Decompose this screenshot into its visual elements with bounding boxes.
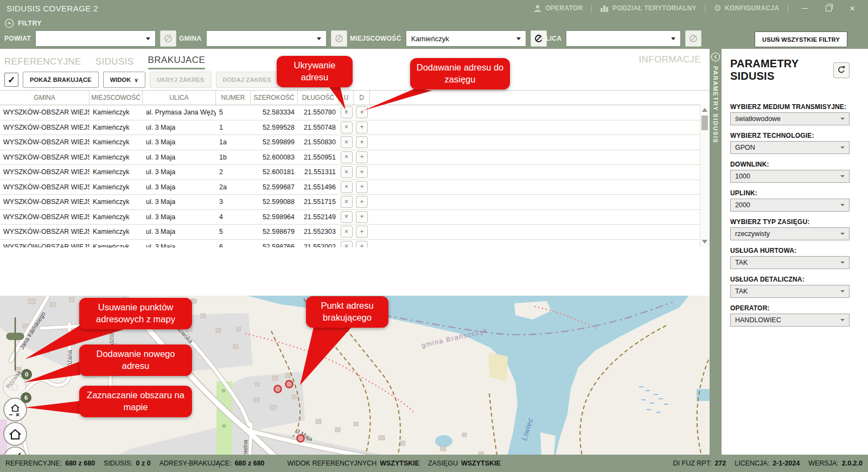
- table-row[interactable]: WYSZKÓW-OBSZAR WIEJSKIKamieńczykul. 3 Ma…: [0, 195, 710, 210]
- miejscowosc-select[interactable]: Kamieńczyk: [406, 30, 526, 47]
- clear-all-filters-button[interactable]: USUŃ WSZYSTKIE FILTRY: [755, 31, 847, 47]
- table-row[interactable]: WYSZKÓW-OBSZAR WIEJSKIKamieńczykul. 3 Ma…: [0, 135, 710, 150]
- hide-address-button[interactable]: ×: [341, 151, 353, 163]
- param-select-0[interactable]: światłowodowe: [730, 112, 850, 125]
- collapse-left-icon[interactable]: [711, 52, 720, 62]
- add-to-range-button[interactable]: +: [356, 196, 368, 208]
- column-header-miejscowość: MIEJSCOWOŚĆ: [90, 91, 143, 105]
- add-to-range-button[interactable]: +: [356, 166, 368, 178]
- add-to-range-button[interactable]: +: [356, 122, 368, 133]
- cell-hide-action: ×: [339, 180, 354, 195]
- status-item: LICENCJA:2-1-2024: [735, 460, 800, 467]
- tab-informacje[interactable]: INFORMACJE: [639, 54, 701, 65]
- zoom-slider-handle[interactable]: [7, 333, 24, 340]
- table-row[interactable]: WYSZKÓW-OBSZAR WIEJSKIKamieńczykul. 3 Ma…: [0, 210, 710, 225]
- param-select-7[interactable]: HANDLOWIEC: [730, 314, 850, 327]
- territory-menu[interactable]: PODZIAŁ TERYTORIALNY: [600, 4, 697, 12]
- column-header-gmina: GMINA: [0, 91, 90, 105]
- scroll-down-arrow[interactable]: [702, 240, 707, 244]
- clear-gmina-button[interactable]: [331, 30, 347, 47]
- hide-address-button[interactable]: ×: [341, 181, 353, 193]
- add-to-range-button[interactable]: +: [356, 106, 368, 118]
- operator-menu[interactable]: OPERATOR: [533, 4, 583, 12]
- powiat-label: POWIAT: [4, 35, 31, 42]
- add-to-range-button[interactable]: +: [356, 211, 368, 223]
- table-row[interactable]: WYSZKÓW-OBSZAR WIEJSKIKamieńczykul. 3 Ma…: [0, 225, 710, 240]
- add-to-range-button[interactable]: +: [356, 136, 368, 148]
- tab-referencyjne[interactable]: REFERENCYJNE: [4, 56, 81, 69]
- cell-filler: [370, 120, 710, 135]
- sidusis-parameters-panel: PARAMETRY SIDUSIS WYBIERZ MEDIUM TRANSMI…: [722, 49, 868, 455]
- gmina-select[interactable]: [206, 30, 327, 47]
- filter-field-gmina: GMINA: [179, 30, 347, 47]
- cell-filler: [370, 180, 710, 195]
- table-row[interactable]: WYSZKÓW-OBSZAR WIEJSKIKamieńczykul. 3 Ma…: [0, 165, 710, 180]
- hide-address-button[interactable]: ×: [341, 196, 353, 208]
- param-select-6[interactable]: TAK: [730, 285, 850, 298]
- param-value-2: 1000: [735, 173, 750, 180]
- cell: 52.600083: [251, 150, 298, 165]
- hide-address-button[interactable]: ×: [341, 106, 353, 118]
- missing-address-point[interactable]: [275, 386, 282, 393]
- scroll-up-arrow[interactable]: [702, 108, 707, 112]
- hide-range-button[interactable]: UKRYJ ZAKRES: [150, 72, 212, 88]
- clear-ulica-button[interactable]: [685, 30, 701, 47]
- param-select-4[interactable]: rzeczywisty: [730, 227, 850, 240]
- collapse-chevron-icon: [4, 18, 14, 28]
- hide-address-button[interactable]: ×: [341, 166, 353, 178]
- add-range-button[interactable]: DODAJ ZAKRES: [216, 72, 278, 88]
- add-address-button[interactable]: [4, 423, 27, 445]
- cell: 1: [216, 120, 251, 135]
- app-chrome: SIDUSIS COVERAGE 2 OPERATOR | PODZIAŁ TE…: [0, 0, 868, 49]
- table-row[interactable]: WYSZKÓW-OBSZAR WIEJSKIKamieńczykal. Prym…: [0, 105, 710, 120]
- table-row[interactable]: WYSZKÓW-OBSZAR WIEJSKIKamieńczykul. 3 Ma…: [0, 240, 710, 248]
- add-to-range-button[interactable]: +: [356, 181, 368, 193]
- cell: ul. 3 Maja: [143, 120, 216, 135]
- add-to-range-button[interactable]: +: [356, 226, 368, 238]
- show-missing-checkbox[interactable]: ✓: [4, 73, 18, 87]
- view-dropdown-button[interactable]: WIDOK∨: [103, 72, 145, 88]
- close-button[interactable]: ×: [844, 2, 860, 15]
- hide-address-button[interactable]: ×: [341, 136, 353, 148]
- cell: 52.600181: [251, 165, 298, 180]
- clear-powiat-button[interactable]: [160, 30, 176, 47]
- cell: WYSZKÓW-OBSZAR WIEJSKI: [0, 210, 90, 225]
- tab-sidusis[interactable]: SIDUSIS: [95, 56, 134, 69]
- missing-address-point[interactable]: [297, 435, 304, 442]
- ulica-select[interactable]: [566, 30, 681, 47]
- chevron-down-icon: [840, 175, 845, 177]
- cell: Kamieńczyk: [90, 105, 143, 120]
- param-label-2: DOWNLINK:: [730, 161, 850, 168]
- hide-address-button[interactable]: ×: [341, 211, 353, 223]
- show-missing-button[interactable]: POKAŻ BRAKUJĄCE: [23, 72, 99, 88]
- selected-count: 6: [24, 394, 28, 401]
- callout-select-area: Zaznaczanie obszaru na mapie: [79, 386, 192, 417]
- powiat-select[interactable]: [35, 30, 156, 47]
- param-select-2[interactable]: 1000: [730, 170, 850, 183]
- table-row[interactable]: WYSZKÓW-OBSZAR WIEJSKIKamieńczykul. 3 Ma…: [0, 180, 710, 195]
- refresh-button[interactable]: [833, 62, 850, 78]
- table-row[interactable]: WYSZKÓW-OBSZAR WIEJSKIKamieńczykul. 3 Ma…: [0, 120, 710, 136]
- tab-brakujace[interactable]: BRAKUJACE: [148, 55, 206, 69]
- scrollbar-thumb[interactable]: [701, 116, 708, 130]
- hide-address-button[interactable]: ×: [341, 122, 353, 133]
- filters-section-header[interactable]: FILTRY: [0, 16, 42, 30]
- hide-address-button[interactable]: ×: [341, 226, 353, 238]
- minimize-button[interactable]: [796, 2, 813, 15]
- configuration-menu[interactable]: ⚙ KONFIGURACJA: [713, 4, 779, 12]
- table-scrollbar[interactable]: [700, 105, 710, 247]
- hide-address-button[interactable]: ×: [341, 241, 353, 247]
- cell: Kamieńczyk: [90, 150, 143, 165]
- param-value-1: GPON: [735, 144, 755, 151]
- add-to-range-button[interactable]: +: [356, 241, 368, 247]
- param-select-1[interactable]: GPON: [730, 141, 850, 154]
- sidusis-panel-strip[interactable]: PARAMETRY SIDUSIS: [710, 49, 722, 455]
- cell-hide-action: ×: [339, 135, 354, 150]
- param-select-3[interactable]: 2000: [730, 199, 850, 212]
- add-to-range-button[interactable]: +: [356, 151, 368, 163]
- filter-field-ulica: ULICA: [541, 30, 701, 47]
- param-select-5[interactable]: TAK: [730, 256, 850, 269]
- table-row[interactable]: WYSZKÓW-OBSZAR WIEJSKIKamieńczykul. 3 Ma…: [0, 150, 710, 165]
- restore-button[interactable]: [820, 2, 837, 15]
- missing-address-point[interactable]: [286, 381, 293, 388]
